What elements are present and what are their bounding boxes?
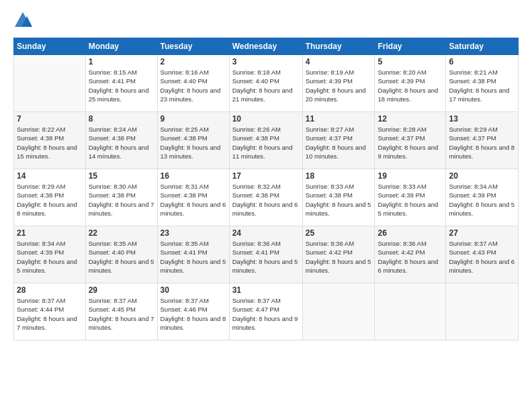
- day-info: Sunrise: 8:34 AMSunset: 4:39 PMDaylight:…: [449, 182, 515, 218]
- calendar-cell: 30Sunrise: 8:37 AMSunset: 4:46 PMDayligh…: [157, 283, 229, 340]
- day-info: Sunrise: 8:18 AMSunset: 4:40 PMDaylight:…: [232, 68, 300, 103]
- calendar-cell: [14, 55, 86, 112]
- day-number: 23: [161, 228, 226, 238]
- day-info: Sunrise: 8:36 AMSunset: 4:42 PMDaylight:…: [306, 239, 372, 275]
- calendar-table: SundayMondayTuesdayWednesdayThursdayFrid…: [13, 38, 519, 340]
- calendar-cell: 28Sunrise: 8:37 AMSunset: 4:44 PMDayligh…: [14, 283, 86, 340]
- weekday-header: Wednesday: [229, 38, 302, 55]
- calendar-cell: 5Sunrise: 8:20 AMSunset: 4:39 PMDaylight…: [375, 55, 446, 112]
- day-info: Sunrise: 8:37 AMSunset: 4:44 PMDaylight:…: [17, 296, 83, 332]
- calendar-cell: 22Sunrise: 8:35 AMSunset: 4:40 PMDayligh…: [85, 226, 157, 283]
- calendar-week-row: 14Sunrise: 8:29 AMSunset: 4:38 PMDayligh…: [14, 169, 519, 226]
- day-number: 21: [17, 228, 83, 238]
- day-number: 6: [449, 57, 515, 66]
- day-number: 2: [161, 57, 226, 66]
- calendar-cell: 6Sunrise: 8:21 AMSunset: 4:38 PMDaylight…: [446, 55, 519, 112]
- calendar-cell: [375, 283, 446, 340]
- day-number: 22: [89, 228, 154, 238]
- day-number: 27: [449, 228, 515, 238]
- calendar-cell: 10Sunrise: 8:26 AMSunset: 4:38 PMDayligh…: [229, 112, 302, 169]
- calendar-cell: 1Sunrise: 8:15 AMSunset: 4:41 PMDaylight…: [85, 55, 157, 112]
- day-info: Sunrise: 8:31 AMSunset: 4:38 PMDaylight:…: [161, 182, 226, 218]
- weekday-header: Sunday: [14, 38, 86, 55]
- calendar-cell: 27Sunrise: 8:37 AMSunset: 4:43 PMDayligh…: [446, 226, 519, 283]
- day-number: 24: [232, 228, 300, 238]
- day-number: 18: [306, 171, 372, 181]
- calendar-cell: 7Sunrise: 8:22 AMSunset: 4:38 PMDaylight…: [14, 112, 86, 169]
- day-info: Sunrise: 8:15 AMSunset: 4:41 PMDaylight:…: [89, 68, 154, 103]
- day-number: 5: [378, 57, 443, 66]
- day-info: Sunrise: 8:36 AMSunset: 4:41 PMDaylight:…: [232, 239, 300, 275]
- day-number: 8: [89, 114, 154, 124]
- day-number: 14: [17, 171, 83, 181]
- calendar-cell: 9Sunrise: 8:25 AMSunset: 4:38 PMDaylight…: [157, 112, 229, 169]
- calendar-header-row: SundayMondayTuesdayWednesdayThursdayFrid…: [14, 38, 519, 55]
- day-number: 13: [449, 114, 515, 124]
- header: [13, 11, 519, 30]
- day-info: Sunrise: 8:37 AMSunset: 4:46 PMDaylight:…: [161, 296, 226, 332]
- day-number: 28: [17, 285, 83, 295]
- day-info: Sunrise: 8:21 AMSunset: 4:38 PMDaylight:…: [449, 68, 515, 103]
- day-number: 15: [89, 171, 154, 181]
- calendar-cell: 12Sunrise: 8:28 AMSunset: 4:37 PMDayligh…: [375, 112, 446, 169]
- day-info: Sunrise: 8:34 AMSunset: 4:39 PMDaylight:…: [17, 239, 83, 275]
- day-info: Sunrise: 8:32 AMSunset: 4:38 PMDaylight:…: [232, 182, 300, 218]
- day-info: Sunrise: 8:25 AMSunset: 4:38 PMDaylight:…: [161, 125, 226, 161]
- calendar-cell: 14Sunrise: 8:29 AMSunset: 4:38 PMDayligh…: [14, 169, 86, 226]
- page: SundayMondayTuesdayWednesdayThursdayFrid…: [0, 0, 532, 411]
- calendar-cell: 16Sunrise: 8:31 AMSunset: 4:38 PMDayligh…: [157, 169, 229, 226]
- weekday-header: Friday: [375, 38, 446, 55]
- day-info: Sunrise: 8:22 AMSunset: 4:38 PMDaylight:…: [17, 125, 83, 161]
- day-info: Sunrise: 8:37 AMSunset: 4:43 PMDaylight:…: [449, 239, 515, 275]
- day-info: Sunrise: 8:27 AMSunset: 4:37 PMDaylight:…: [306, 125, 372, 161]
- calendar-cell: 15Sunrise: 8:30 AMSunset: 4:38 PMDayligh…: [85, 169, 157, 226]
- day-number: 31: [232, 285, 300, 295]
- calendar-week-row: 1Sunrise: 8:15 AMSunset: 4:41 PMDaylight…: [14, 55, 519, 112]
- calendar-cell: 21Sunrise: 8:34 AMSunset: 4:39 PMDayligh…: [14, 226, 86, 283]
- calendar-week-row: 28Sunrise: 8:37 AMSunset: 4:44 PMDayligh…: [14, 283, 519, 340]
- day-info: Sunrise: 8:36 AMSunset: 4:42 PMDaylight:…: [378, 239, 443, 275]
- day-info: Sunrise: 8:29 AMSunset: 4:37 PMDaylight:…: [449, 125, 515, 161]
- day-number: 1: [89, 57, 154, 66]
- day-info: Sunrise: 8:24 AMSunset: 4:38 PMDaylight:…: [89, 125, 154, 161]
- day-number: 12: [378, 114, 443, 124]
- calendar-week-row: 7Sunrise: 8:22 AMSunset: 4:38 PMDaylight…: [14, 112, 519, 169]
- calendar-cell: 3Sunrise: 8:18 AMSunset: 4:40 PMDaylight…: [229, 55, 302, 112]
- day-info: Sunrise: 8:33 AMSunset: 4:39 PMDaylight:…: [378, 182, 443, 218]
- calendar-cell: 31Sunrise: 8:37 AMSunset: 4:47 PMDayligh…: [229, 283, 302, 340]
- calendar-cell: 2Sunrise: 8:16 AMSunset: 4:40 PMDaylight…: [157, 55, 229, 112]
- calendar-cell: 29Sunrise: 8:37 AMSunset: 4:45 PMDayligh…: [85, 283, 157, 340]
- calendar-cell: 18Sunrise: 8:33 AMSunset: 4:38 PMDayligh…: [302, 169, 375, 226]
- day-number: 26: [378, 228, 443, 238]
- day-info: Sunrise: 8:26 AMSunset: 4:38 PMDaylight:…: [232, 125, 300, 161]
- logo: [13, 11, 35, 30]
- calendar-cell: 13Sunrise: 8:29 AMSunset: 4:37 PMDayligh…: [446, 112, 519, 169]
- logo-icon: [13, 11, 32, 30]
- calendar-cell: 23Sunrise: 8:35 AMSunset: 4:41 PMDayligh…: [157, 226, 229, 283]
- day-number: 11: [306, 114, 372, 124]
- calendar-cell: 8Sunrise: 8:24 AMSunset: 4:38 PMDaylight…: [85, 112, 157, 169]
- day-info: Sunrise: 8:30 AMSunset: 4:38 PMDaylight:…: [89, 182, 154, 218]
- day-number: 25: [306, 228, 372, 238]
- day-info: Sunrise: 8:35 AMSunset: 4:40 PMDaylight:…: [89, 239, 154, 275]
- weekday-header: Thursday: [302, 38, 375, 55]
- calendar-cell: [446, 283, 519, 340]
- day-number: 30: [161, 285, 226, 295]
- day-info: Sunrise: 8:28 AMSunset: 4:37 PMDaylight:…: [378, 125, 443, 161]
- day-info: Sunrise: 8:29 AMSunset: 4:38 PMDaylight:…: [17, 182, 83, 218]
- day-info: Sunrise: 8:19 AMSunset: 4:39 PMDaylight:…: [306, 68, 372, 103]
- day-number: 10: [232, 114, 300, 124]
- day-number: 4: [306, 57, 372, 66]
- weekday-header: Tuesday: [157, 38, 229, 55]
- calendar-cell: 4Sunrise: 8:19 AMSunset: 4:39 PMDaylight…: [302, 55, 375, 112]
- day-info: Sunrise: 8:37 AMSunset: 4:45 PMDaylight:…: [89, 296, 154, 332]
- day-info: Sunrise: 8:16 AMSunset: 4:40 PMDaylight:…: [161, 68, 226, 103]
- calendar-cell: 24Sunrise: 8:36 AMSunset: 4:41 PMDayligh…: [229, 226, 302, 283]
- day-info: Sunrise: 8:20 AMSunset: 4:39 PMDaylight:…: [378, 68, 443, 103]
- day-number: 16: [161, 171, 226, 181]
- day-number: 29: [89, 285, 154, 295]
- day-number: 9: [161, 114, 226, 124]
- day-info: Sunrise: 8:37 AMSunset: 4:47 PMDaylight:…: [232, 296, 300, 332]
- calendar-week-row: 21Sunrise: 8:34 AMSunset: 4:39 PMDayligh…: [14, 226, 519, 283]
- weekday-header: Saturday: [446, 38, 519, 55]
